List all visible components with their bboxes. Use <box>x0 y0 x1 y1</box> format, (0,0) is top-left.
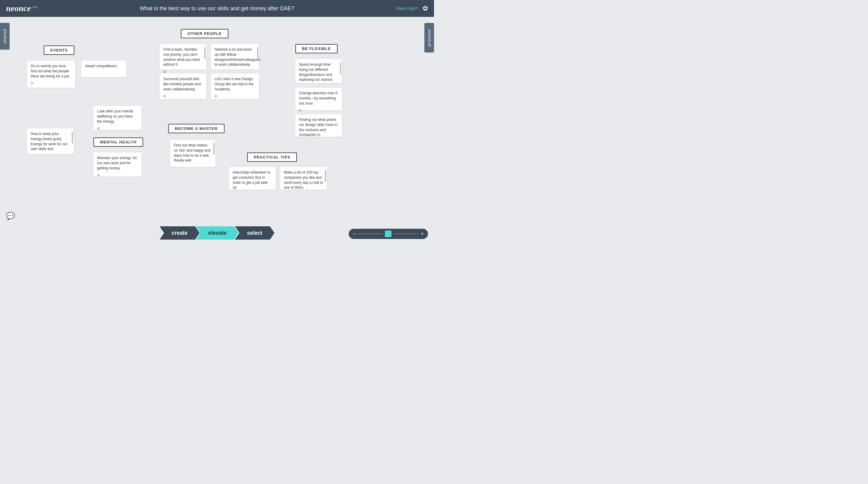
card-flexible-2[interactable]: Change direction ever 6 months - try eve… <box>296 88 342 110</box>
elevate-button[interactable]: elevate <box>196 226 239 240</box>
zoom-in-button[interactable]: + <box>421 231 424 237</box>
card-other-2[interactable]: Network a lot and team up with fellow de… <box>211 44 259 70</box>
zoom-indicator <box>385 231 392 237</box>
category-become-master: BECOME A MASTER <box>168 124 224 133</box>
chat-icon[interactable]: 💬 <box>6 212 15 220</box>
zoom-track <box>358 233 382 235</box>
logo-text: neonce <box>6 4 31 13</box>
logo: neonce beta <box>6 4 38 13</box>
scrollbar <box>340 62 341 74</box>
sidebar-promote[interactable]: promote <box>424 23 434 53</box>
card-menu-icon[interactable]: ≡ <box>215 93 255 99</box>
create-button[interactable]: create <box>159 226 199 240</box>
card-practical-1[interactable]: Internship/ wolenteer to get conection f… <box>229 167 276 189</box>
scrollbar <box>213 143 215 155</box>
category-mental-health: MENTAL HEALTH <box>93 138 143 147</box>
card-mental-2[interactable]: How to keep your energy levels good. Ene… <box>27 128 74 154</box>
scrollbar <box>325 170 326 182</box>
category-events: EVENTS <box>44 46 74 55</box>
card-mental-3[interactable]: Maintain your energy: for our own work a… <box>93 152 142 177</box>
card-other-4[interactable]: Let's start a new Design Group like we h… <box>211 73 259 99</box>
card-menu-icon[interactable]: ≡ <box>299 108 338 114</box>
card-other-1[interactable]: Find a team. Number one priority, you ca… <box>160 44 207 70</box>
category-be-flexible: BE FLEXIBLE <box>296 44 338 53</box>
scrollbar <box>257 47 258 59</box>
card-menu-icon[interactable]: ≡ <box>31 81 72 87</box>
need-help-link[interactable]: Need help? <box>396 6 418 11</box>
scrollbar <box>72 131 73 144</box>
card-events-1[interactable]: Go to events you love: find out what the… <box>27 61 75 88</box>
card-menu-icon[interactable]: ≡ <box>163 93 203 99</box>
card-mental-1[interactable]: Look after your mental wellbeing so you … <box>93 106 142 130</box>
zoom-out-button[interactable]: − <box>353 231 356 237</box>
header-title: What is the best way to use our skills a… <box>38 5 396 12</box>
card-other-3[interactable]: Surround yourself with like-minded peopl… <box>160 73 207 99</box>
card-practical-2[interactable]: Make a list of 100 top companies you lik… <box>280 167 327 189</box>
category-other-people: OTHER PEOPLE <box>181 29 228 38</box>
header: neonce beta What is the best way to use … <box>0 0 434 17</box>
zoom-track-right <box>394 233 418 235</box>
bottom-bar: create elevate select − + <box>0 224 434 242</box>
card-menu-icon[interactable]: ≡ <box>97 126 138 132</box>
card-menu-icon[interactable]: ≡ <box>97 172 138 178</box>
category-practical-tips: PRACTICAL TIPS <box>247 152 297 162</box>
scrollbar <box>204 47 206 59</box>
beta-badge: beta <box>32 5 38 9</box>
select-button[interactable]: select <box>235 226 275 240</box>
canvas: shared promote EVENTS Go to events you l… <box>0 17 434 224</box>
sidebar-shared[interactable]: shared <box>0 23 10 50</box>
zoom-controls: − + <box>349 229 428 239</box>
card-events-2[interactable]: Award competitions. <box>82 61 127 77</box>
card-flexible-3[interactable]: Finding out what power our design skills… <box>296 114 342 137</box>
card-master-1[interactable]: Find out what makes us 'tick' and happy … <box>170 140 216 167</box>
settings-icon[interactable]: ✿ <box>423 4 428 12</box>
card-flexible-1[interactable]: Spend enough time trying out different t… <box>296 59 342 83</box>
